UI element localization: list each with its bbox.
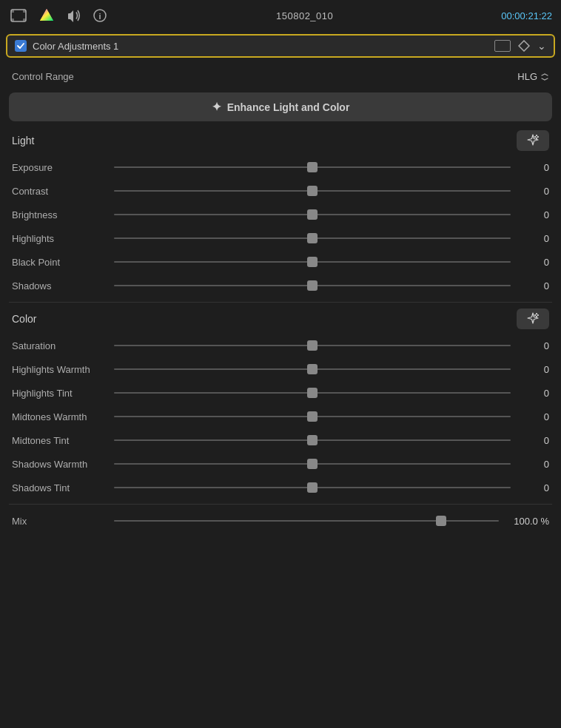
- color-slider-thumb-3[interactable]: [307, 411, 318, 422]
- color-slider-track-4: [114, 439, 511, 441]
- mix-slider-thumb[interactable]: [436, 516, 446, 526]
- light-section-header: Light: [12, 130, 549, 151]
- light-sliders: Exposure 0 Contrast 0 Brightness: [9, 155, 552, 297]
- color-slider-track-1: [114, 368, 511, 370]
- color-slider-label-3: Midtones Warmth: [12, 411, 108, 422]
- light-magic-btn[interactable]: [517, 130, 549, 151]
- slider-track-2: [114, 214, 511, 215]
- svg-rect-3: [23, 10, 26, 13]
- light-section-title: Light: [12, 135, 34, 146]
- color-slider-row-4: Midtones Tint 0: [9, 428, 552, 452]
- slider-label-0: Exposure: [12, 162, 108, 173]
- color-slider-thumb-2[interactable]: [307, 388, 318, 398]
- color-slider-container-0: [114, 338, 511, 353]
- light-slider-row-5: Shadows 0: [9, 274, 552, 297]
- chevron-btn[interactable]: ⌄: [537, 40, 546, 52]
- color-section-title: Color: [12, 313, 36, 325]
- main-content: Control Range HLG ✦ Enhance Light and Co…: [0, 61, 561, 537]
- mix-slider-track: [114, 520, 499, 522]
- color-slider-row-2: Highlights Tint 0: [9, 381, 552, 405]
- hlg-select[interactable]: HLG: [517, 71, 549, 82]
- mix-row: Mix 100.0 %: [9, 509, 552, 533]
- light-slider-row-0: Exposure 0: [9, 155, 552, 179]
- color-slider-label-4: Midtones Tint: [12, 435, 108, 446]
- svg-marker-7: [40, 9, 53, 21]
- color-slider-row-3: Midtones Warmth 0: [9, 405, 552, 428]
- preset-checkbox[interactable]: [15, 40, 27, 52]
- color-slider-track-5: [114, 463, 511, 465]
- slider-thumb-5[interactable]: [307, 280, 318, 291]
- enhance-label: Enhance Light and Color: [227, 101, 350, 113]
- preset-actions: ⌄: [494, 40, 546, 52]
- slider-thumb-3[interactable]: [307, 233, 318, 243]
- color-slider-thumb-4[interactable]: [307, 435, 318, 445]
- slider-container-3: [114, 231, 511, 246]
- light-slider-row-3: Highlights 0: [9, 226, 552, 250]
- slider-label-3: Highlights: [12, 233, 108, 244]
- color-slider-thumb-5[interactable]: [307, 459, 318, 469]
- rect-icon[interactable]: [494, 40, 511, 52]
- color-slider-label-2: Highlights Tint: [12, 388, 108, 399]
- color-slider-thumb-1[interactable]: [307, 364, 318, 374]
- timecode-static: 00:00:: [501, 10, 528, 21]
- mix-slider-container: [114, 513, 499, 528]
- hlg-value: HLG: [517, 71, 537, 82]
- color-slider-value-6: 0: [517, 482, 549, 493]
- slider-thumb-1[interactable]: [307, 186, 318, 196]
- color-magic-btn[interactable]: [517, 309, 549, 329]
- slider-container-5: [114, 278, 511, 293]
- slider-value-3: 0: [517, 233, 549, 244]
- control-range-label: Control Range: [12, 71, 74, 82]
- slider-track-3: [114, 237, 511, 239]
- top-bar-left: i: [9, 6, 108, 25]
- slider-thumb-0[interactable]: [307, 162, 318, 172]
- color-slider-value-0: 0: [517, 340, 549, 351]
- slider-container-1: [114, 183, 511, 198]
- color-slider-row-6: Shadows Tint 0: [9, 476, 552, 499]
- slider-track-5: [114, 285, 511, 286]
- color-slider-thumb-0[interactable]: [307, 340, 318, 351]
- enhance-icon: ✦: [212, 100, 221, 114]
- filename: 150802_010: [276, 10, 333, 21]
- mix-value: 100.0 %: [505, 516, 549, 527]
- divider-1: [9, 302, 552, 303]
- color-slider-thumb-6[interactable]: [307, 482, 318, 493]
- divider-2: [9, 504, 552, 505]
- color-icon-btn[interactable]: [37, 6, 56, 25]
- color-slider-track-3: [114, 416, 511, 417]
- slider-value-1: 0: [517, 186, 549, 197]
- slider-label-5: Shadows: [12, 280, 108, 291]
- info-icon-btn[interactable]: i: [92, 7, 108, 24]
- light-slider-row-1: Contrast 0: [9, 179, 552, 203]
- slider-container-0: [114, 160, 511, 175]
- slider-track-1: [114, 190, 511, 192]
- control-range-row: Control Range HLG: [9, 65, 552, 88]
- slider-thumb-2[interactable]: [307, 209, 318, 220]
- slider-thumb-4[interactable]: [307, 257, 318, 267]
- svg-rect-5: [23, 18, 26, 21]
- slider-label-4: Black Point: [12, 257, 108, 268]
- diamond-icon[interactable]: [518, 40, 530, 52]
- light-slider-row-4: Black Point 0: [9, 250, 552, 274]
- audio-icon-btn[interactable]: [65, 7, 83, 24]
- color-slider-track-6: [114, 487, 511, 488]
- svg-rect-1: [11, 12, 26, 19]
- color-slider-label-1: Highlights Warmth: [12, 364, 108, 375]
- color-slider-value-2: 0: [517, 388, 549, 399]
- color-slider-track-2: [114, 392, 511, 394]
- svg-text:i: i: [98, 12, 101, 21]
- slider-container-4: [114, 255, 511, 269]
- film-icon-btn[interactable]: [9, 7, 28, 24]
- timecode-dynamic: 21:22: [528, 10, 552, 21]
- preset-bar: Color Adjustments 1 ⌄: [6, 34, 555, 58]
- color-section-header: Color: [12, 309, 549, 329]
- color-slider-label-6: Shadows Tint: [12, 482, 108, 493]
- color-slider-container-3: [114, 409, 511, 424]
- enhance-light-color-btn[interactable]: ✦ Enhance Light and Color: [9, 92, 552, 121]
- slider-value-0: 0: [517, 162, 549, 173]
- color-sliders: Saturation 0 Highlights Warmth 0 Highlig…: [9, 334, 552, 499]
- slider-label-2: Brightness: [12, 209, 108, 220]
- svg-rect-4: [11, 18, 14, 21]
- slider-track-4: [114, 261, 511, 263]
- color-slider-container-6: [114, 480, 511, 495]
